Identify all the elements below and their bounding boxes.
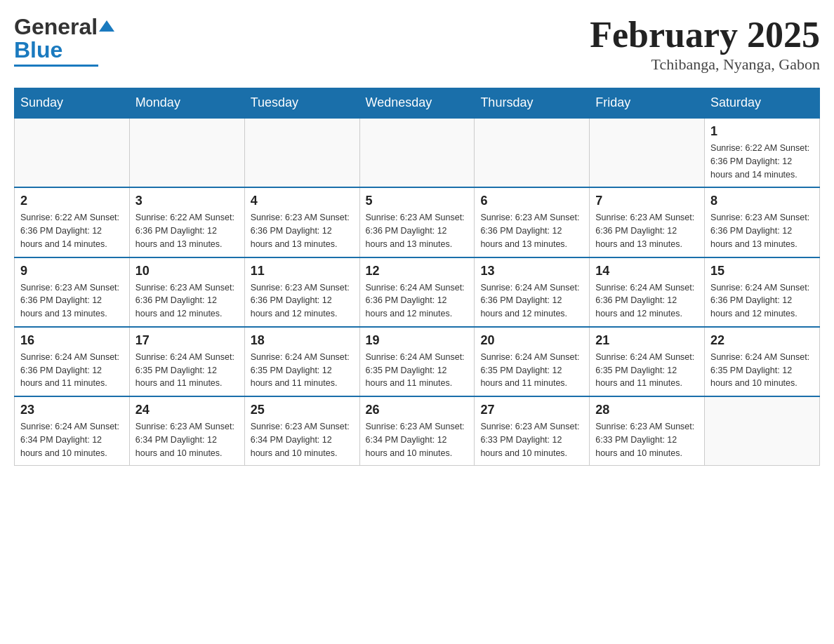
header-monday: Monday [129,88,244,119]
day-info: Sunrise: 6:23 AM Sunset: 6:33 PM Dayligh… [480,420,583,459]
day-number: 22 [710,333,814,348]
day-number: 19 [366,333,469,348]
logo-triangle-icon [99,19,114,33]
day-number: 13 [480,264,583,279]
table-row: 17Sunrise: 6:24 AM Sunset: 6:35 PM Dayli… [129,327,244,396]
svg-marker-0 [99,20,114,32]
day-info: Sunrise: 6:24 AM Sunset: 6:35 PM Dayligh… [480,351,583,390]
table-row: 8Sunrise: 6:23 AM Sunset: 6:36 PM Daylig… [705,187,820,257]
day-info: Sunrise: 6:24 AM Sunset: 6:35 PM Dayligh… [366,351,469,390]
logo-underline [14,65,98,67]
header-sunday: Sunday [15,88,130,119]
day-number: 20 [480,333,583,348]
table-row [15,118,130,187]
table-row [475,118,590,187]
table-row: 18Sunrise: 6:24 AM Sunset: 6:35 PM Dayli… [244,327,359,396]
day-info: Sunrise: 6:24 AM Sunset: 6:35 PM Dayligh… [251,351,354,390]
table-row: 3Sunrise: 6:22 AM Sunset: 6:36 PM Daylig… [129,187,244,257]
table-row: 16Sunrise: 6:24 AM Sunset: 6:36 PM Dayli… [15,327,130,396]
day-info: Sunrise: 6:24 AM Sunset: 6:36 PM Dayligh… [480,281,583,321]
table-row [705,396,820,466]
day-number: 12 [366,264,469,279]
table-row: 28Sunrise: 6:23 AM Sunset: 6:33 PM Dayli… [590,396,705,466]
header-tuesday: Tuesday [244,88,359,119]
day-number: 15 [710,264,814,279]
day-info: Sunrise: 6:22 AM Sunset: 6:36 PM Dayligh… [710,142,814,181]
week-row-2: 2Sunrise: 6:22 AM Sunset: 6:36 PM Daylig… [15,187,820,257]
day-info: Sunrise: 6:23 AM Sunset: 6:36 PM Dayligh… [20,281,124,321]
week-row-4: 16Sunrise: 6:24 AM Sunset: 6:36 PM Dayli… [15,327,820,396]
table-row: 24Sunrise: 6:23 AM Sunset: 6:34 PM Dayli… [129,396,244,466]
day-number: 10 [135,264,239,279]
table-row: 13Sunrise: 6:24 AM Sunset: 6:36 PM Dayli… [475,257,590,327]
day-info: Sunrise: 6:24 AM Sunset: 6:36 PM Dayligh… [595,281,699,321]
day-number: 11 [251,264,354,279]
day-number: 26 [366,403,469,417]
day-info: Sunrise: 6:24 AM Sunset: 6:36 PM Dayligh… [710,281,814,321]
table-row: 15Sunrise: 6:24 AM Sunset: 6:36 PM Dayli… [705,257,820,327]
day-info: Sunrise: 6:23 AM Sunset: 6:33 PM Dayligh… [595,420,699,459]
day-number: 16 [20,333,124,348]
table-row: 12Sunrise: 6:24 AM Sunset: 6:36 PM Dayli… [359,257,475,327]
table-row: 6Sunrise: 6:23 AM Sunset: 6:36 PM Daylig… [475,187,590,257]
day-number: 4 [251,194,354,208]
week-row-3: 9Sunrise: 6:23 AM Sunset: 6:36 PM Daylig… [15,257,820,327]
day-number: 3 [135,194,239,208]
table-row: 19Sunrise: 6:24 AM Sunset: 6:35 PM Dayli… [359,327,475,396]
title-block: February 2025 Tchibanga, Nyanga, Gabon [590,14,820,74]
day-info: Sunrise: 6:23 AM Sunset: 6:36 PM Dayligh… [710,211,814,250]
day-info: Sunrise: 6:23 AM Sunset: 6:36 PM Dayligh… [595,211,699,250]
day-info: Sunrise: 6:23 AM Sunset: 6:34 PM Dayligh… [366,420,469,459]
day-number: 7 [595,194,699,208]
day-info: Sunrise: 6:23 AM Sunset: 6:36 PM Dayligh… [480,211,583,250]
day-number: 17 [135,333,239,348]
day-info: Sunrise: 6:23 AM Sunset: 6:34 PM Dayligh… [135,420,239,459]
table-row: 11Sunrise: 6:23 AM Sunset: 6:36 PM Dayli… [244,257,359,327]
table-row: 20Sunrise: 6:24 AM Sunset: 6:35 PM Dayli… [475,327,590,396]
table-row: 23Sunrise: 6:24 AM Sunset: 6:34 PM Dayli… [15,396,130,466]
calendar-table: Sunday Monday Tuesday Wednesday Thursday… [14,88,820,466]
table-row [129,118,244,187]
day-number: 27 [480,403,583,417]
table-row: 21Sunrise: 6:24 AM Sunset: 6:35 PM Dayli… [590,327,705,396]
header-thursday: Thursday [475,88,590,119]
day-info: Sunrise: 6:23 AM Sunset: 6:36 PM Dayligh… [135,281,239,321]
day-number: 1 [710,124,814,139]
week-row-5: 23Sunrise: 6:24 AM Sunset: 6:34 PM Dayli… [15,396,820,466]
day-info: Sunrise: 6:22 AM Sunset: 6:36 PM Dayligh… [135,211,239,250]
table-row [244,118,359,187]
day-number: 14 [595,264,699,279]
day-number: 6 [480,194,583,208]
calendar-title: February 2025 [590,14,820,55]
day-info: Sunrise: 6:22 AM Sunset: 6:36 PM Dayligh… [20,211,124,250]
header-wednesday: Wednesday [359,88,475,119]
day-info: Sunrise: 6:24 AM Sunset: 6:35 PM Dayligh… [595,351,699,390]
table-row: 5Sunrise: 6:23 AM Sunset: 6:36 PM Daylig… [359,187,475,257]
table-row: 25Sunrise: 6:23 AM Sunset: 6:34 PM Dayli… [244,396,359,466]
day-info: Sunrise: 6:24 AM Sunset: 6:36 PM Dayligh… [366,281,469,321]
logo-blue: Blue [14,37,62,63]
table-row: 2Sunrise: 6:22 AM Sunset: 6:36 PM Daylig… [15,187,130,257]
day-number: 24 [135,403,239,417]
day-number: 18 [251,333,354,348]
day-info: Sunrise: 6:24 AM Sunset: 6:34 PM Dayligh… [20,420,124,459]
table-row [590,118,705,187]
table-row [359,118,475,187]
logo-general: General [14,14,98,40]
day-info: Sunrise: 6:23 AM Sunset: 6:36 PM Dayligh… [251,281,354,321]
day-number: 9 [20,264,124,279]
table-row: 4Sunrise: 6:23 AM Sunset: 6:36 PM Daylig… [244,187,359,257]
day-number: 8 [710,194,814,208]
week-row-1: 1Sunrise: 6:22 AM Sunset: 6:36 PM Daylig… [15,118,820,187]
day-info: Sunrise: 6:24 AM Sunset: 6:36 PM Dayligh… [20,351,124,390]
table-row: 9Sunrise: 6:23 AM Sunset: 6:36 PM Daylig… [15,257,130,327]
table-row: 26Sunrise: 6:23 AM Sunset: 6:34 PM Dayli… [359,396,475,466]
day-number: 21 [595,333,699,348]
day-number: 25 [251,403,354,417]
table-row: 10Sunrise: 6:23 AM Sunset: 6:36 PM Dayli… [129,257,244,327]
day-number: 28 [595,403,699,417]
table-row: 27Sunrise: 6:23 AM Sunset: 6:33 PM Dayli… [475,396,590,466]
page-header: General Blue February 2025 Tchibanga, Ny… [14,14,820,74]
day-info: Sunrise: 6:24 AM Sunset: 6:35 PM Dayligh… [135,351,239,390]
header-saturday: Saturday [705,88,820,119]
